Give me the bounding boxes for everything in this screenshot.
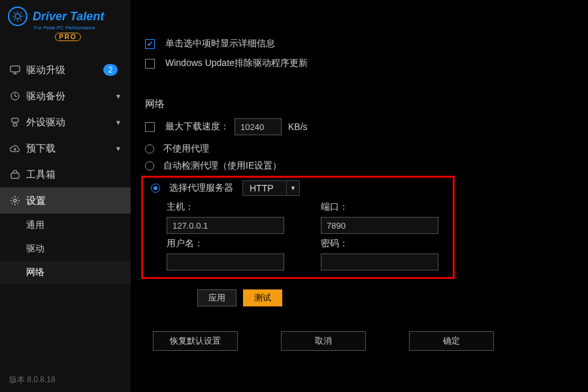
gear-logo-icon (8, 7, 27, 26)
settings-panel: ✔ 单击选中项时显示详细信息 Windows Update排除驱动程序更新 网络… (131, 0, 588, 392)
chevron-down-icon: ▼ (115, 119, 122, 126)
download-icon (9, 142, 21, 154)
pass-input[interactable] (321, 253, 438, 270)
version-label: 版本 8.0.8.18 (0, 368, 131, 392)
proxy-none-radio[interactable] (145, 144, 154, 154)
update-count-badge: 2 (103, 64, 118, 76)
svg-line-15 (20, 12, 22, 14)
proxy-auto-radio[interactable] (145, 161, 154, 171)
sidebar-item-label: 预下载 (26, 142, 56, 155)
toolbox-icon (9, 169, 21, 180)
monitor-icon (9, 64, 21, 76)
subnav-label: 驱动 (26, 243, 44, 255)
clock-backup-icon (9, 90, 21, 102)
app-logo: Driver Talent For Peak PC Performance PR… (0, 0, 131, 45)
svg-point-7 (15, 14, 20, 19)
app-tagline: For Peak PC Performance (34, 25, 124, 31)
proxy-highlight-box: 选择代理服务器 HTTP ▼ 主机： 端口： 用户名： 密码： (141, 176, 455, 279)
svg-line-14 (14, 19, 15, 20)
svg-rect-16 (10, 66, 20, 72)
settings-subnav: 通用 驱动 网络 (0, 214, 131, 284)
sidebar-item-label: 设置 (26, 195, 46, 207)
max-speed-checkbox[interactable] (145, 122, 155, 132)
sidebar-item-label: 工具箱 (26, 169, 56, 181)
subnav-driver[interactable]: 驱动 (0, 237, 131, 261)
edition-badge: PRO (55, 33, 81, 41)
apply-button[interactable]: 应用 (197, 289, 237, 306)
network-section-title: 网络 (145, 98, 575, 110)
proxy-select-label: 选择代理服务器 (169, 182, 233, 194)
pass-label: 密码： (321, 238, 451, 250)
gear-icon (9, 195, 21, 206)
exclude-wu-label: Windows Update排除驱动程序更新 (165, 57, 308, 69)
user-label: 用户名： (167, 238, 297, 250)
show-details-checkbox[interactable]: ✔ (145, 39, 155, 49)
sidebar-item-label: 驱动备份 (26, 90, 65, 103)
host-input[interactable] (167, 217, 284, 234)
user-input[interactable] (167, 253, 284, 270)
speed-unit: KB/s (288, 122, 308, 132)
app-name: Driver Talent (33, 10, 104, 22)
sidebar: Driver Talent For Peak PC Performance PR… (0, 0, 131, 392)
device-icon (9, 116, 21, 128)
chevron-down-icon: ▼ (115, 93, 122, 100)
svg-line-12 (14, 12, 15, 14)
sidebar-item-settings[interactable]: 设置 (0, 188, 131, 214)
subnav-general[interactable]: 通用 (0, 214, 131, 237)
sidebar-item-label: 外设驱动 (26, 116, 65, 129)
proxy-auto-label: 自动检测代理（使用IE设置） (163, 160, 282, 172)
exclude-wu-checkbox[interactable] (145, 59, 155, 69)
svg-rect-21 (13, 123, 17, 126)
sidebar-item-peripheral[interactable]: 外设驱动 ▼ (0, 109, 131, 135)
ok-button[interactable]: 确定 (409, 331, 494, 351)
restore-defaults-button[interactable]: 恢复默认设置 (153, 331, 238, 351)
svg-rect-22 (11, 173, 19, 178)
max-speed-input[interactable] (235, 118, 282, 135)
host-label: 主机： (167, 201, 297, 213)
proxy-type-dropdown[interactable]: HTTP ▼ (242, 180, 300, 196)
chevron-down-icon: ▼ (115, 145, 122, 152)
sidebar-item-toolbox[interactable]: 工具箱 (0, 161, 131, 188)
show-details-label: 单击选中项时显示详细信息 (165, 38, 275, 50)
nav: 驱动升级 2 驱动备份 ▼ 外设驱动 ▼ 预下载 ▼ 工具箱 设置 通用 驱动 (0, 57, 131, 284)
subnav-label: 通用 (26, 220, 44, 231)
proxy-type-value: HTTP (243, 183, 286, 193)
port-input[interactable] (321, 217, 438, 234)
sidebar-item-predownload[interactable]: 预下载 ▼ (0, 135, 131, 161)
sidebar-item-label: 驱动升级 (26, 64, 65, 76)
svg-line-13 (20, 19, 22, 20)
max-speed-label: 最大下载速度： (165, 121, 229, 133)
cancel-button[interactable]: 取消 (281, 331, 366, 351)
subnav-label: 网络 (26, 267, 44, 278)
test-button[interactable]: 测试 (243, 289, 282, 306)
svg-point-23 (14, 199, 16, 202)
sidebar-item-backup[interactable]: 驱动备份 ▼ (0, 83, 131, 109)
proxy-select-radio[interactable] (151, 184, 160, 193)
svg-rect-20 (12, 118, 18, 122)
sidebar-item-upgrade[interactable]: 驱动升级 2 (0, 57, 131, 83)
proxy-none-label: 不使用代理 (163, 143, 209, 155)
chevron-down-icon: ▼ (286, 181, 299, 195)
port-label: 端口： (321, 201, 451, 213)
subnav-network[interactable]: 网络 (0, 261, 131, 284)
